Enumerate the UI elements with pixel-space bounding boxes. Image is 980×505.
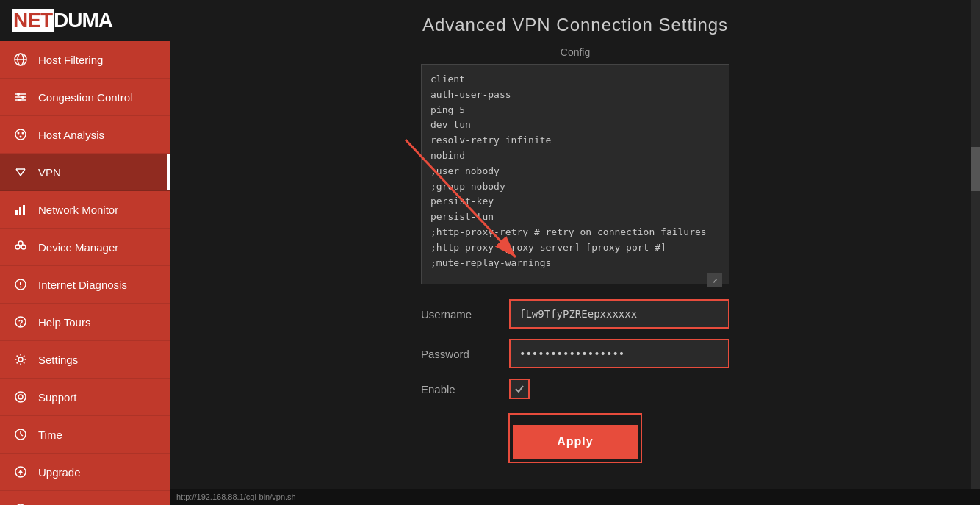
sidebar-item-internet-diagnosis[interactable]: Internet Diagnosis bbox=[0, 266, 170, 304]
enable-label: Enable bbox=[421, 383, 509, 395]
status-url: http://192.168.88.1/cgi-bin/vpn.sh bbox=[176, 493, 296, 501]
devices-icon bbox=[12, 238, 29, 256]
chart-icon bbox=[12, 201, 29, 218]
svg-rect-14 bbox=[15, 210, 18, 215]
sidebar-item-label: Host Analysis bbox=[38, 129, 104, 141]
apply-btn-wrapper: Apply bbox=[508, 413, 641, 463]
username-row: Username bbox=[421, 299, 729, 329]
globe-icon bbox=[12, 51, 29, 68]
logo-area: NETDUMA bbox=[0, 0, 170, 41]
clock-icon bbox=[12, 426, 29, 443]
svg-point-25 bbox=[20, 287, 21, 288]
sidebar-item-label: Internet Diagnosis bbox=[38, 279, 127, 291]
config-container: client auth-user-pass ping 5 dev tun res… bbox=[421, 64, 729, 287]
enable-row: Enable bbox=[421, 379, 729, 399]
form-section: Username Password Enable bbox=[421, 299, 729, 409]
sidebar-item-support[interactable]: Support bbox=[0, 379, 170, 416]
sidebar-item-host-analysis[interactable]: Host Analysis bbox=[0, 116, 170, 154]
username-label: Username bbox=[421, 308, 509, 320]
svg-point-7 bbox=[21, 96, 24, 99]
sidebar-item-network-monitor[interactable]: Network Monitor bbox=[0, 191, 170, 229]
sidebar-item-congestion-control[interactable]: Congestion Control bbox=[0, 79, 170, 116]
apply-btn-border: Apply bbox=[508, 413, 641, 463]
svg-point-28 bbox=[18, 357, 23, 362]
svg-text:?: ? bbox=[18, 318, 24, 327]
upgrade-icon bbox=[12, 463, 29, 481]
sidebar-item-settings[interactable]: Settings bbox=[0, 341, 170, 379]
vpn-panel: Config client auth-user-pass ping 5 dev … bbox=[170, 46, 980, 505]
sidebar-item-label: Device Manager bbox=[38, 241, 118, 254]
sidebar-item-help-tours[interactable]: ? Help Tours bbox=[0, 304, 170, 341]
palette-icon bbox=[12, 126, 29, 143]
sidebar-item-label: Host Filtering bbox=[38, 54, 103, 66]
enable-checkbox[interactable] bbox=[509, 379, 530, 399]
config-textarea[interactable]: client auth-user-pass ping 5 dev tun res… bbox=[421, 64, 729, 284]
svg-rect-15 bbox=[19, 207, 21, 215]
svg-line-33 bbox=[21, 434, 23, 436]
apply-button[interactable]: Apply bbox=[513, 425, 637, 459]
svg-rect-16 bbox=[23, 205, 25, 215]
vpn-icon bbox=[12, 163, 29, 181]
diagnosis-icon bbox=[12, 276, 29, 293]
password-input[interactable] bbox=[509, 339, 729, 368]
password-row: Password bbox=[421, 339, 729, 368]
navigation: Host Filtering Congestion Control bbox=[0, 41, 170, 505]
sidebar-item-help[interactable]: ? Help bbox=[0, 491, 170, 505]
svg-point-29 bbox=[15, 392, 26, 402]
sidebar-item-host-filtering[interactable]: Host Filtering bbox=[0, 41, 170, 79]
sidebar-item-time[interactable]: Time bbox=[0, 416, 170, 454]
scrollbar[interactable] bbox=[971, 0, 980, 489]
sidebar-item-label: Support bbox=[38, 391, 77, 404]
svg-point-11 bbox=[22, 132, 24, 135]
config-label: Config bbox=[561, 46, 590, 58]
sidebar-item-label: Settings bbox=[38, 354, 78, 366]
status-bar: http://192.168.88.1/cgi-bin/vpn.sh bbox=[170, 489, 980, 505]
sidebar-item-label: VPN bbox=[38, 166, 61, 179]
gear-icon bbox=[12, 351, 29, 368]
logo: NETDUMA bbox=[12, 9, 112, 32]
sidebar: NETDUMA Host Filtering bbox=[0, 0, 170, 505]
sidebar-item-vpn[interactable]: VPN bbox=[0, 154, 170, 191]
svg-point-10 bbox=[18, 132, 20, 135]
svg-point-12 bbox=[20, 136, 22, 138]
sidebar-item-label: Help Tours bbox=[38, 316, 90, 329]
main-content: Advanced VPN Connection Settings Config … bbox=[170, 0, 980, 505]
sidebar-item-label: Congestion Control bbox=[38, 91, 132, 104]
sliders-icon bbox=[12, 88, 29, 106]
username-input[interactable] bbox=[509, 299, 729, 329]
scrollbar-thumb[interactable] bbox=[971, 147, 980, 191]
svg-point-8 bbox=[18, 99, 21, 101]
sidebar-item-upgrade[interactable]: Upgrade bbox=[0, 454, 170, 491]
help-icon: ? bbox=[12, 501, 29, 505]
svg-point-6 bbox=[17, 93, 20, 96]
sidebar-item-device-manager[interactable]: Device Manager bbox=[0, 229, 170, 266]
svg-point-9 bbox=[15, 129, 26, 140]
support-icon bbox=[12, 388, 29, 406]
sidebar-item-label: Network Monitor bbox=[38, 204, 118, 216]
expand-icon[interactable]: ⤢ bbox=[707, 273, 722, 287]
page-title: Advanced VPN Connection Settings bbox=[170, 0, 980, 46]
sidebar-item-label: Upgrade bbox=[38, 466, 81, 479]
svg-point-30 bbox=[18, 395, 23, 399]
sidebar-item-label: Time bbox=[38, 429, 62, 441]
password-label: Password bbox=[421, 348, 509, 360]
question-icon: ? bbox=[12, 313, 29, 331]
